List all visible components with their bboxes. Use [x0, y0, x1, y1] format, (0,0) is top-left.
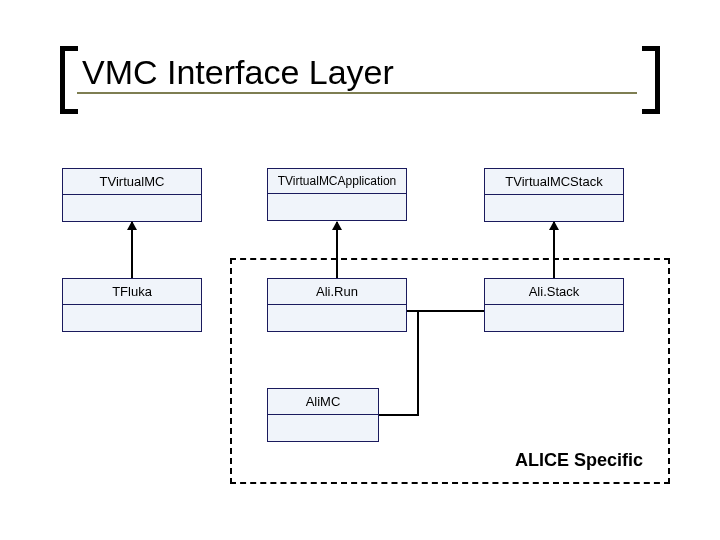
diagram-canvas: TVirtualMC TVirtualMCApplication TVirtua… — [0, 0, 720, 540]
class-body — [268, 194, 406, 220]
class-tvirtualmcstack: TVirtualMCStack — [484, 168, 624, 222]
class-tvirtualmcapplication: TVirtualMCApplication — [267, 168, 407, 221]
class-name: TVirtualMCStack — [485, 169, 623, 195]
group-label: ALICE Specific — [515, 450, 643, 471]
class-tfluka: TFluka — [62, 278, 202, 332]
class-body — [63, 195, 201, 221]
class-body — [485, 195, 623, 221]
class-name: TVirtualMCApplication — [268, 169, 406, 194]
class-body — [63, 305, 201, 331]
inherit-arrow — [131, 222, 133, 278]
class-name: TFluka — [63, 279, 201, 305]
class-tvirtualmc: TVirtualMC — [62, 168, 202, 222]
class-name: TVirtualMC — [63, 169, 201, 195]
